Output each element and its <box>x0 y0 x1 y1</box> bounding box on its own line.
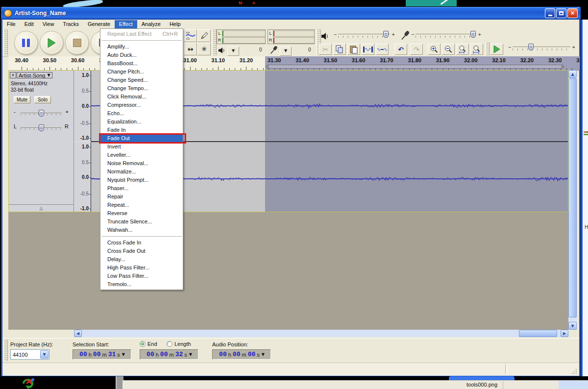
menu-item-wahwah[interactable]: Wahwah... <box>100 226 183 234</box>
multi-tool-button[interactable]: ✳ <box>197 43 211 55</box>
menu-item-repeat[interactable]: Repeat... <box>100 201 183 209</box>
audio-position-field[interactable]: 00h00m00s▼ <box>212 349 271 360</box>
time-digits[interactable]: 00 <box>160 351 169 358</box>
scroll-up-icon[interactable]: ▲ <box>568 70 577 78</box>
vertical-ruler-left-channel[interactable]: 1.00.50.0-0.5-1.0 <box>74 71 91 142</box>
menu-item-high-pass-filter[interactable]: High Pass Filter... <box>100 264 183 272</box>
input-meter[interactable]: L R <box>268 29 315 44</box>
menu-item-compressor[interactable]: Compressor... <box>100 101 183 109</box>
selection-start-field[interactable]: 00h00m31s▼ <box>73 349 131 360</box>
trim-button[interactable] <box>362 44 374 55</box>
menu-item-fade-out[interactable]: Fade Out <box>100 134 183 143</box>
combo-dropdown-icon[interactable]: ▼ <box>40 350 49 359</box>
menu-help[interactable]: Help <box>165 20 185 28</box>
title-bar[interactable]: Artist-Song_Name × <box>1 7 581 20</box>
vertical-ruler-right-channel[interactable]: 1.00.50.0-0.5-1.0 <box>74 142 91 212</box>
end-radio[interactable]: End <box>140 341 157 347</box>
gain-thumb[interactable] <box>39 110 44 117</box>
menu-effect[interactable]: Effect <box>115 20 137 28</box>
undo-button[interactable]: ↶ <box>394 44 407 55</box>
menu-item-cross-fade-in[interactable]: Cross Fade In <box>100 239 183 247</box>
menu-file[interactable]: File <box>2 20 20 28</box>
time-digits[interactable]: 00 <box>247 351 256 358</box>
menu-item-tremolo[interactable]: Tremolo... <box>100 280 183 289</box>
pan-slider[interactable]: L R <box>21 123 62 131</box>
vertical-scrollbar-thumb[interactable] <box>568 78 577 317</box>
draw-tool-button[interactable] <box>197 29 211 42</box>
maximize-button[interactable] <box>556 8 566 18</box>
mute-button[interactable]: Mute <box>14 96 30 103</box>
time-digits[interactable]: 00 <box>93 351 101 358</box>
input-volume-slider[interactable]: − + <box>411 31 483 38</box>
selection-end-field[interactable]: 00h00m32s▼ <box>140 349 198 360</box>
track-menu-button[interactable]: Artist-Song ▼ <box>17 72 52 78</box>
menu-item-bassboost[interactable]: BassBoost... <box>100 59 183 68</box>
timeline-ruler[interactable]: 30.4030.5030.6030.7030.8030.9031.0031.10… <box>8 56 580 71</box>
paste-button[interactable] <box>347 44 360 55</box>
transcription-toolbar-grip[interactable] <box>486 43 490 55</box>
output-meter[interactable]: L R <box>217 29 266 44</box>
menu-item-echo[interactable]: Echo... <box>100 109 183 118</box>
fit-selection-button[interactable] <box>456 44 469 55</box>
resize-grip[interactable] <box>571 368 577 374</box>
menu-generate[interactable]: Generate <box>83 20 115 28</box>
time-digits[interactable]: 00 <box>219 351 227 358</box>
menu-item-auto-duck[interactable]: Auto Duck... <box>100 51 183 59</box>
cut-button[interactable]: ✂ <box>319 44 332 55</box>
toolbar-grip[interactable] <box>3 29 8 55</box>
envelope-tool-button[interactable] <box>184 29 197 42</box>
menu-item-repeat-last-effect[interactable]: Repeat Last EffectCtrl+R <box>100 30 183 38</box>
menu-analyze[interactable]: Analyze <box>137 20 165 28</box>
output-volume-thumb[interactable] <box>383 31 389 38</box>
fit-project-button[interactable] <box>470 44 483 55</box>
horizontal-scrollbar[interactable]: ◀ ▶ <box>74 330 568 337</box>
project-rate-combo[interactable]: 44100 ▼ <box>10 349 49 360</box>
menu-item-delay[interactable]: Delay... <box>100 255 183 264</box>
pause-button[interactable] <box>14 31 38 54</box>
play-at-speed-button[interactable] <box>490 44 503 55</box>
menu-item-reverse[interactable]: Reverse <box>100 209 183 218</box>
redo-button[interactable]: ↷ <box>410 44 423 55</box>
time-digits[interactable]: 32 <box>175 351 184 358</box>
time-digits[interactable]: 00 <box>146 351 155 358</box>
time-digits[interactable]: 00 <box>232 351 241 358</box>
menu-item-invert[interactable]: Invert <box>100 143 183 151</box>
menu-item-phaser[interactable]: Phaser... <box>100 184 183 193</box>
timeshift-tool-button[interactable]: ↔ <box>184 43 197 55</box>
scroll-left-icon[interactable]: ◀ <box>74 330 82 337</box>
menu-item-low-pass-filter[interactable]: Low Pass Filter... <box>100 272 183 280</box>
scroll-right-icon[interactable]: ▶ <box>561 330 568 337</box>
horizontal-scrollbar-thumb[interactable] <box>519 330 557 337</box>
menu-item-repair[interactable]: Repair <box>100 193 183 201</box>
scroll-down-icon[interactable]: ▼ <box>568 322 577 330</box>
desktop-app-icon[interactable] <box>21 377 36 389</box>
minimize-button[interactable] <box>545 8 555 18</box>
zoom-in-button[interactable] <box>428 44 441 55</box>
silence-button[interactable] <box>376 44 389 55</box>
track-control-panel[interactable]: × Artist-Song ▼ Stereo, 44100Hz 32-bit f… <box>9 71 74 212</box>
input-meter-dropdown[interactable]: ▼ <box>280 47 292 56</box>
menu-item-equalization[interactable]: Equalization... <box>100 118 183 126</box>
menu-item-normalize[interactable]: Normalize... <box>100 168 183 176</box>
output-volume-slider[interactable]: − + <box>334 31 396 38</box>
solo-button[interactable]: Solo <box>34 96 51 103</box>
meter-toolbar-grip[interactable] <box>212 29 217 55</box>
menu-item-truncate-silence[interactable]: Truncate Silence... <box>100 218 183 226</box>
close-button[interactable]: × <box>567 8 578 18</box>
zoom-out-button[interactable] <box>442 44 455 55</box>
time-digits[interactable]: 00 <box>79 351 88 358</box>
menu-item-click-removal[interactable]: Click Removal... <box>100 93 183 101</box>
vertical-scrollbar[interactable]: ▲ ▼ <box>568 70 577 330</box>
pan-thumb[interactable] <box>39 124 44 131</box>
menu-item-cross-fade-out[interactable]: Cross Fade Out <box>100 247 183 255</box>
time-field-dropdown-icon[interactable]: ▼ <box>189 352 192 357</box>
play-speed-slider[interactable]: − + <box>508 44 577 50</box>
output-meter-dropdown[interactable]: ▼ <box>227 47 239 56</box>
menu-item-change-tempo[interactable]: Change Tempo... <box>100 84 183 93</box>
time-digits[interactable]: 31 <box>108 351 117 358</box>
length-radio[interactable]: Length <box>167 341 191 347</box>
track-collapse-button[interactable]: △ <box>9 204 74 212</box>
menu-view[interactable]: View <box>38 20 59 28</box>
gain-slider[interactable]: - + <box>21 109 62 117</box>
menu-item-leveller[interactable]: Leveller... <box>100 151 183 159</box>
